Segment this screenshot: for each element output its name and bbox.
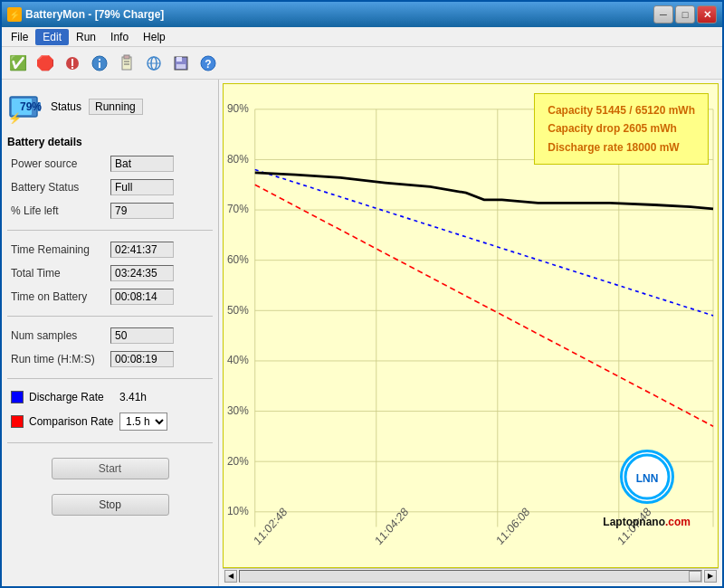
detail-value-3: 02:41:37 (110, 242, 174, 258)
status-label: Status (51, 100, 81, 113)
watermark-tld: .com (665, 516, 691, 528)
svg-line-50 (255, 185, 713, 426)
svg-text:90%: 90% (227, 102, 249, 116)
section-title: Battery details (7, 136, 213, 148)
toolbar-btn-help[interactable]: ? (195, 51, 221, 76)
toolbar-btn-save[interactable] (168, 51, 194, 76)
detail-value-5: 00:08:14 (110, 289, 174, 305)
left-panel: 79% ⚡ Status Running Battery details Pow… (2, 80, 219, 586)
detail-row-6: Num samples 50 (7, 327, 213, 344)
menu-help[interactable]: Help (136, 29, 173, 45)
svg-text:70%: 70% (227, 203, 249, 216)
detail-row-4: Total Time 03:24:35 (7, 265, 213, 281)
toolbar-btn-stop[interactable]: 🛑 (33, 51, 58, 76)
detail-value-4: 03:24:35 (110, 265, 174, 281)
menu-edit[interactable]: Edit (35, 29, 69, 45)
window-title: BatteryMon - [79% Charge] (25, 8, 164, 21)
detail-value-0: Bat (110, 156, 174, 172)
detail-label-0: Power source (11, 157, 110, 170)
title-buttons: ─ □ ✕ (653, 5, 717, 24)
watermark-text: Laptopnano.com (603, 507, 691, 531)
scrollbar: ◀ ▶ (223, 568, 719, 583)
menu-file[interactable]: File (4, 29, 35, 45)
detail-row-1: Battery Status Full (7, 179, 213, 195)
title-bar: ⚡ BatteryMon - [79% Charge] ─ □ ✕ (2, 2, 722, 27)
stop-button[interactable]: Stop (52, 494, 169, 516)
svg-rect-4 (99, 62, 100, 68)
stop-button-row: Stop (7, 494, 213, 516)
svg-text:LNN: LNN (635, 472, 658, 485)
main-window: ⚡ BatteryMon - [79% Charge] ─ □ ✕ File E… (0, 0, 724, 588)
divider-2 (7, 316, 213, 317)
comparison-select[interactable]: 1.5 h 2 h 3 h 4 h (119, 413, 167, 431)
info-line-0: Capacity 51445 / 65120 mWh (548, 101, 695, 119)
title-left: ⚡ BatteryMon - [79% Charge] (7, 7, 164, 22)
svg-text:20%: 20% (227, 454, 249, 468)
app-icon: ⚡ (7, 7, 22, 22)
svg-rect-1 (71, 59, 73, 66)
detail-value-2: 79 (110, 203, 174, 219)
detail-label-4: Total Time (11, 267, 110, 280)
svg-line-51 (255, 170, 713, 316)
svg-rect-15 (176, 64, 186, 69)
discharge-value: 3.41h (119, 391, 165, 403)
detail-row-2: % Life left 79 (7, 203, 213, 219)
menu-info[interactable]: Info (103, 29, 136, 45)
toolbar: ✅ 🛑 ? (2, 47, 722, 80)
toolbar-btn-go[interactable]: ✅ (5, 51, 31, 76)
toolbar-btn-net[interactable] (141, 51, 167, 76)
divider-3 (7, 378, 213, 379)
svg-rect-14 (176, 57, 182, 62)
detail-label-6: Num samples (11, 329, 110, 342)
watermark: LNN Laptopnano.com (603, 450, 691, 531)
chart-area: 90% 80% 70% 60% 50% 40% 30% 20% 10% 11:0… (223, 83, 719, 568)
detail-value-1: Full (110, 179, 174, 195)
status-row: 79% ⚡ Status Running (7, 85, 213, 128)
right-panel: 90% 80% 70% 60% 50% 40% 30% 20% 10% 11:0… (219, 80, 722, 586)
svg-text:11:02:48: 11:02:48 (252, 505, 290, 547)
discharge-rate-row: Discharge Rate 3.41h (7, 391, 213, 403)
discharge-color (11, 391, 24, 403)
discharge-label: Discharge Rate (29, 391, 119, 403)
info-box: Capacity 51445 / 65120 mWh Capacity drop… (534, 93, 709, 165)
detail-value-7: 00:08:19 (110, 351, 174, 367)
detail-row-5: Time on Battery 00:08:14 (7, 289, 213, 305)
detail-row-7: Run time (H:M:S) 00:08:19 (7, 351, 213, 367)
battery-icon: 79% ⚡ (7, 89, 43, 125)
svg-text:11:04:28: 11:04:28 (373, 505, 411, 547)
menu-run[interactable]: Run (69, 29, 103, 45)
svg-text:?: ? (205, 58, 211, 71)
status-value: Running (89, 99, 143, 115)
divider-4 (7, 442, 213, 443)
detail-label-2: % Life left (11, 204, 110, 217)
scroll-right-button[interactable]: ▶ (704, 570, 717, 583)
comparison-label: Comparison Rate (29, 415, 119, 428)
toolbar-btn-view[interactable] (60, 51, 85, 76)
toolbar-btn-info[interactable] (87, 51, 112, 76)
scroll-thumb[interactable] (689, 571, 701, 582)
main-area: 79% ⚡ Status Running Battery details Pow… (2, 80, 722, 586)
watermark-brand: Laptopnano (603, 516, 665, 528)
comparison-rate-row: Comparison Rate 1.5 h 2 h 3 h 4 h (7, 413, 213, 431)
detail-label-3: Time Remaining (11, 243, 110, 256)
detail-label-7: Run time (H:M:S) (11, 353, 110, 365)
detail-label-1: Battery Status (11, 181, 110, 194)
close-button[interactable]: ✕ (697, 5, 717, 24)
scroll-left-button[interactable]: ◀ (224, 570, 237, 583)
comparison-color (11, 415, 24, 428)
svg-text:79%: 79% (20, 100, 42, 113)
restore-button[interactable]: □ (675, 5, 695, 24)
svg-text:10%: 10% (227, 505, 249, 518)
svg-text:80%: 80% (227, 152, 249, 166)
svg-text:⚡: ⚡ (8, 111, 22, 124)
scroll-track (239, 570, 702, 583)
minimize-button[interactable]: ─ (653, 5, 673, 24)
svg-text:40%: 40% (227, 354, 249, 367)
info-line-1: Capacity drop 2605 mWh (548, 119, 695, 138)
detail-row-0: Power source Bat (7, 156, 213, 172)
svg-text:50%: 50% (227, 303, 249, 317)
start-button[interactable]: Start (52, 458, 169, 479)
toolbar-btn-clipboard[interactable] (114, 51, 139, 76)
svg-rect-7 (124, 55, 129, 59)
start-button-row: Start (7, 458, 213, 479)
